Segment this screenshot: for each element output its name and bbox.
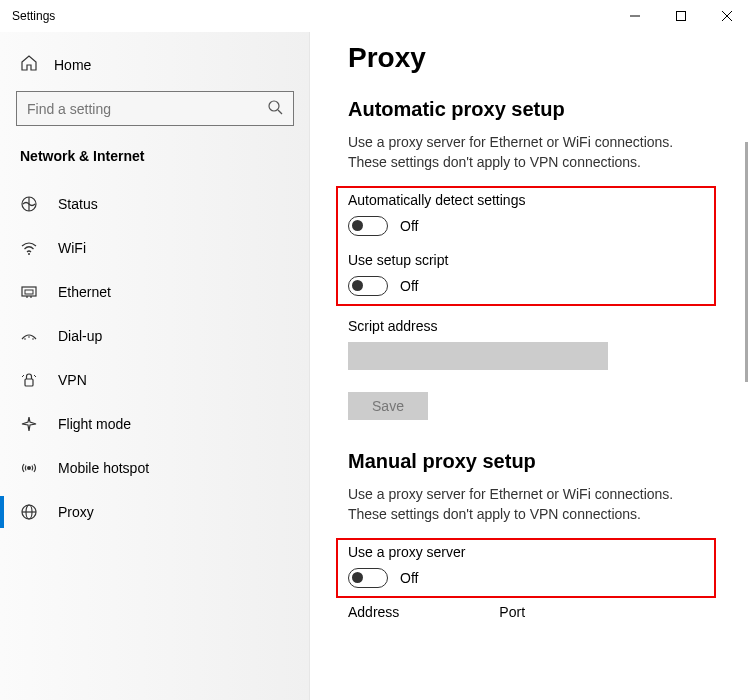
svg-point-15 (32, 338, 34, 340)
port-label: Port (499, 604, 525, 620)
sidebar: Home Network & Internet Status WiFi Et (0, 32, 310, 700)
auto-section-title: Automatic proxy setup (348, 98, 710, 121)
window-controls (612, 0, 750, 32)
sidebar-item-dialup[interactable]: Dial-up (0, 314, 310, 358)
hotspot-icon (20, 459, 38, 477)
sidebar-item-wifi[interactable]: WiFi (0, 226, 310, 270)
use-proxy-state: Off (400, 570, 418, 586)
auto-section-desc: Use a proxy server for Ethernet or WiFi … (348, 133, 708, 172)
sidebar-item-label: Mobile hotspot (58, 460, 149, 476)
sidebar-category-title: Network & Internet (0, 146, 310, 182)
script-address-label: Script address (348, 318, 710, 334)
manual-highlight-box: Use a proxy server Off (336, 538, 716, 598)
auto-highlight-box: Automatically detect settings Off Use se… (336, 186, 716, 306)
sidebar-nav: Status WiFi Ethernet Dial-up VPN Flight … (0, 182, 310, 534)
svg-point-14 (28, 336, 30, 338)
sidebar-item-label: Status (58, 196, 98, 212)
sidebar-item-label: Proxy (58, 504, 94, 520)
use-script-toggle[interactable] (348, 276, 388, 296)
save-button[interactable]: Save (348, 392, 428, 420)
svg-rect-10 (25, 290, 33, 294)
search-input[interactable] (16, 91, 294, 126)
sidebar-item-label: Ethernet (58, 284, 111, 300)
close-icon (722, 11, 732, 21)
auto-detect-label: Automatically detect settings (348, 192, 704, 208)
close-button[interactable] (704, 0, 750, 32)
manual-section-title: Manual proxy setup (348, 450, 710, 473)
scrollbar[interactable] (744, 32, 748, 700)
wifi-icon (20, 239, 38, 257)
vpn-icon (20, 371, 38, 389)
use-script-label: Use setup script (348, 252, 704, 268)
titlebar: Settings (0, 0, 750, 32)
sidebar-home-label: Home (54, 57, 91, 73)
page-title: Proxy (348, 42, 710, 74)
svg-rect-16 (25, 379, 33, 386)
sidebar-item-ethernet[interactable]: Ethernet (0, 270, 310, 314)
sidebar-item-mobile-hotspot[interactable]: Mobile hotspot (0, 446, 310, 490)
svg-line-18 (34, 375, 36, 377)
sidebar-item-proxy[interactable]: Proxy (0, 490, 310, 534)
search-field[interactable] (27, 101, 267, 117)
sidebar-item-label: Dial-up (58, 328, 102, 344)
sidebar-home[interactable]: Home (0, 44, 310, 85)
maximize-button[interactable] (658, 0, 704, 32)
ethernet-icon (20, 283, 38, 301)
status-icon (20, 195, 38, 213)
svg-point-19 (27, 466, 31, 470)
content-area: Proxy Automatic proxy setup Use a proxy … (310, 32, 750, 700)
svg-point-4 (269, 101, 279, 111)
sidebar-item-label: Flight mode (58, 416, 131, 432)
search-icon (267, 99, 283, 118)
sidebar-item-label: VPN (58, 372, 87, 388)
sidebar-item-flight-mode[interactable]: Flight mode (0, 402, 310, 446)
flight-icon (20, 415, 38, 433)
minimize-icon (630, 11, 640, 21)
scrollbar-thumb[interactable] (745, 142, 748, 382)
svg-rect-9 (22, 287, 36, 296)
address-label: Address (348, 604, 399, 620)
use-proxy-label: Use a proxy server (348, 544, 704, 560)
auto-detect-toggle[interactable] (348, 216, 388, 236)
script-address-input[interactable] (348, 342, 608, 370)
sidebar-item-vpn[interactable]: VPN (0, 358, 310, 402)
home-icon (20, 54, 38, 75)
maximize-icon (676, 11, 686, 21)
svg-line-17 (22, 375, 24, 377)
sidebar-item-label: WiFi (58, 240, 86, 256)
window-title: Settings (12, 9, 55, 23)
svg-point-8 (28, 253, 30, 255)
auto-detect-state: Off (400, 218, 418, 234)
svg-point-13 (24, 338, 26, 340)
proxy-icon (20, 503, 38, 521)
dialup-icon (20, 327, 38, 345)
use-script-state: Off (400, 278, 418, 294)
sidebar-item-status[interactable]: Status (0, 182, 310, 226)
svg-rect-1 (677, 12, 686, 21)
minimize-button[interactable] (612, 0, 658, 32)
use-proxy-toggle[interactable] (348, 568, 388, 588)
svg-line-5 (278, 110, 282, 114)
manual-section-desc: Use a proxy server for Ethernet or WiFi … (348, 485, 708, 524)
